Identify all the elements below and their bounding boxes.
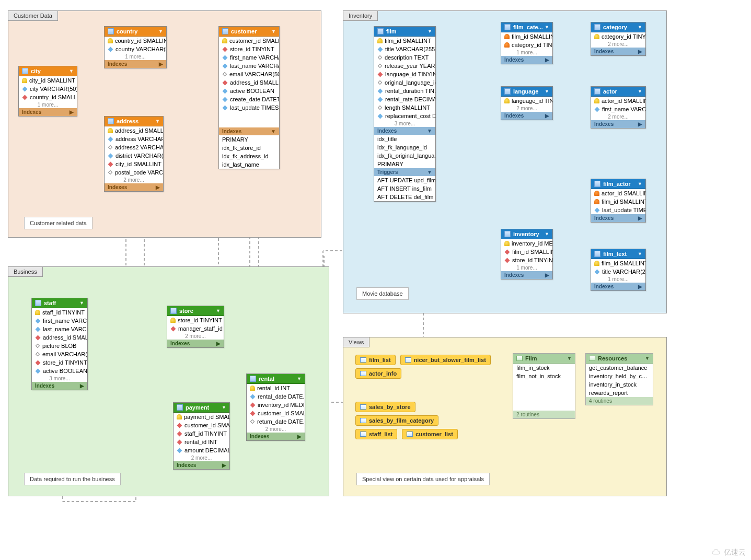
view-staff-list[interactable]: staff_list — [355, 429, 397, 439]
section-triggers[interactable]: Triggers▼ — [374, 168, 435, 176]
table-icon — [22, 68, 28, 74]
region-label: Customer Data — [8, 10, 58, 21]
table-icon — [594, 88, 600, 95]
view-nicer-but-slower[interactable]: nicer_but_slower_film_list — [400, 355, 491, 365]
view-icon — [405, 357, 411, 363]
entity-header[interactable]: staff▼ — [32, 298, 87, 308]
entity-film-category[interactable]: film_cate...▼ film_id SMALLINT category_… — [501, 22, 553, 64]
view-film-list[interactable]: film_list — [355, 355, 396, 365]
entity-actor[interactable]: actor▼ actor_id SMALLINT first_name VARC… — [591, 86, 646, 129]
table-icon — [108, 28, 114, 34]
region-label: Inventory — [343, 10, 378, 21]
entity-address[interactable]: address▼ address_id SMALLINT address VAR… — [104, 116, 164, 192]
entity-film-actor[interactable]: film_actor▼ actor_id SMALLINT film_id SM… — [591, 179, 646, 223]
section-indexes[interactable]: Indexes▶ — [19, 108, 77, 116]
collapse-icon[interactable]: ▼ — [271, 29, 276, 34]
entity-header[interactable]: store▼ — [167, 306, 224, 316]
entity-city[interactable]: city▼ city_id SMALLINT city VARCHAR(50) … — [18, 66, 77, 116]
entity-header[interactable]: language▼ — [501, 87, 552, 97]
section-indexes[interactable]: Indexes▼ — [374, 127, 435, 135]
section-indexes[interactable]: Indexes▶ — [501, 271, 552, 279]
section-indexes[interactable]: Indexes▶ — [32, 382, 87, 390]
section-indexes[interactable]: Indexes▶ — [501, 56, 552, 64]
entity-customer[interactable]: customer▼ customer_id SMALLI... store_id… — [218, 26, 280, 169]
region-label: Views — [343, 337, 369, 347]
expand-icon: ▶ — [70, 109, 74, 115]
table-icon — [594, 251, 600, 257]
section-indexes[interactable]: Indexes▶ — [167, 340, 224, 347]
entity-staff[interactable]: staff▼ staff_id TINYINT first_name VARCH… — [31, 298, 88, 390]
region-note: Customer related data — [24, 217, 93, 229]
table-icon — [504, 231, 511, 237]
view-icon — [360, 418, 366, 423]
entity-language[interactable]: language▼ language_id TINYI... 2 more...… — [501, 86, 553, 120]
section-indexes[interactable]: Indexes▶ — [501, 112, 552, 120]
entity-header[interactable]: actor▼ — [591, 87, 645, 97]
entity-header[interactable]: film_actor▼ — [591, 179, 645, 189]
table-icon — [504, 24, 511, 30]
collapse-icon[interactable]: ▼ — [69, 68, 74, 74]
view-icon — [360, 404, 366, 410]
entity-store[interactable]: store▼ store_id TINYINT manager_staff_id… — [167, 306, 224, 348]
views-chips: film_list nicer_but_slower_film_list act… — [355, 353, 502, 441]
entity-header[interactable]: payment▼ — [174, 403, 229, 413]
entity-film[interactable]: film▼ film_id SMALLINT title VARCHAR(255… — [374, 26, 436, 202]
entity-header[interactable]: customer▼ — [219, 27, 279, 37]
table-icon — [222, 28, 228, 34]
region-label: Business — [8, 266, 43, 277]
entity-header[interactable]: film_cate...▼ — [501, 22, 552, 32]
region-note: Special view on certain data used for ap… — [356, 473, 490, 485]
table-icon — [108, 118, 114, 124]
view-sales-by-store[interactable]: sales_by_store — [355, 402, 415, 412]
section-indexes[interactable]: Indexes▶ — [591, 214, 645, 222]
entity-rental[interactable]: rental▼ rental_id INT rental_date DATE..… — [246, 374, 305, 441]
section-indexes[interactable]: Indexes▶ — [591, 120, 645, 128]
view-icon — [360, 371, 366, 376]
entity-header[interactable]: city▼ — [19, 66, 77, 76]
table-icon — [594, 24, 600, 30]
section-indexes[interactable]: Indexes▶ — [591, 283, 645, 290]
view-icon — [360, 431, 366, 437]
entity-header[interactable]: film_text▼ — [591, 249, 645, 259]
table-icon — [177, 404, 183, 411]
entity-header[interactable]: country▼ — [105, 27, 166, 37]
region-note: Movie database — [356, 287, 409, 300]
section-indexes[interactable]: Indexes▶ — [105, 60, 166, 68]
entity-country[interactable]: country▼ country_id SMALLINT country VAR… — [104, 26, 167, 68]
section-indexes[interactable]: Indexes▶ — [105, 183, 163, 191]
routine-group-resources[interactable]: Resources▼ get_customer_balance inventor… — [585, 353, 653, 405]
table-icon — [377, 28, 384, 34]
entity-header[interactable]: inventory▼ — [501, 229, 552, 239]
section-indexes[interactable]: Indexes▶ — [247, 433, 305, 440]
columns: city_id SMALLINT city VARCHAR(50) countr… — [19, 76, 77, 108]
table-icon — [594, 181, 600, 187]
collapse-icon[interactable]: ▼ — [158, 29, 163, 34]
view-icon — [407, 431, 413, 437]
routine-icon — [516, 356, 523, 361]
section-indexes[interactable]: Indexes▶ — [174, 461, 229, 469]
entity-category[interactable]: category▼ category_id TINYI... 2 more...… — [591, 22, 646, 56]
view-actor-info[interactable]: actor_info — [355, 368, 401, 379]
entity-header[interactable]: category▼ — [591, 22, 645, 32]
collapse-icon[interactable]: ▼ — [428, 29, 432, 34]
entity-header[interactable]: rental▼ — [247, 374, 305, 384]
view-icon — [360, 357, 366, 363]
table-icon — [35, 300, 41, 306]
region-note: Data required to run the business — [24, 473, 121, 485]
section-indexes[interactable]: Indexes▶ — [591, 48, 645, 55]
table-icon — [250, 376, 256, 382]
view-sales-by-film-category[interactable]: sales_by_film_category — [355, 415, 438, 426]
entity-header[interactable]: film▼ — [374, 27, 435, 37]
table-icon — [504, 88, 511, 95]
routine-group-film[interactable]: Film▼ film_in_stock film_not_in_stock 2 … — [513, 353, 575, 419]
section-indexes[interactable]: Indexes▼ — [219, 127, 279, 135]
watermark: 亿速云 — [711, 548, 746, 557]
view-customer-list[interactable]: customer_list — [402, 429, 458, 439]
entity-payment[interactable]: payment▼ payment_id SMAL... customer_id … — [173, 402, 230, 470]
entity-header[interactable]: address▼ — [105, 116, 163, 126]
routine-icon — [589, 356, 595, 361]
entity-film-text[interactable]: film_text▼ film_id SMALLINT title VARCHA… — [591, 249, 646, 291]
table-icon — [170, 308, 177, 314]
collapse-icon[interactable]: ▼ — [155, 119, 160, 124]
entity-inventory[interactable]: inventory▼ inventory_id MEDI... film_id … — [501, 229, 553, 279]
